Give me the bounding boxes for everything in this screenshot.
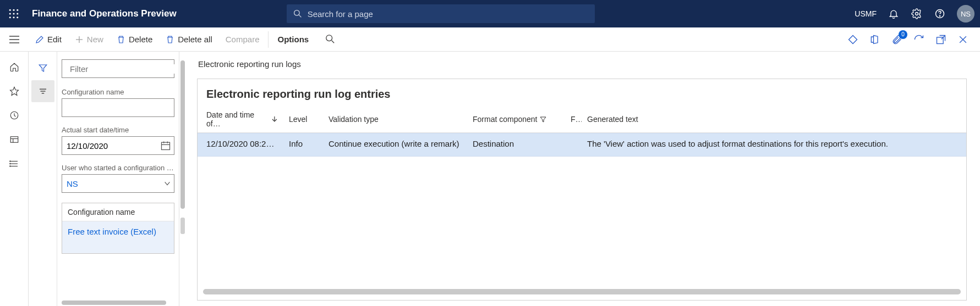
new-button[interactable]: New xyxy=(68,27,110,52)
help-icon[interactable] xyxy=(934,8,946,20)
scroll-thumb[interactable] xyxy=(180,60,185,209)
nav-modules-icon[interactable] xyxy=(0,153,29,175)
cell-text: The 'View' action was used to adjust for… xyxy=(582,139,966,148)
edit-label: Edit xyxy=(47,35,62,44)
close-icon[interactable] xyxy=(957,34,969,46)
svg-marker-21 xyxy=(849,35,857,43)
cell-component: Destination xyxy=(467,139,565,148)
new-label: New xyxy=(87,35,103,44)
legal-entity[interactable]: USMF xyxy=(855,9,877,18)
header-right: USMF NS xyxy=(855,5,974,23)
user-select[interactable] xyxy=(62,174,174,193)
compare-label: Compare xyxy=(226,35,260,44)
pencil-icon xyxy=(35,35,44,44)
action-search-icon[interactable] xyxy=(325,34,336,45)
list-filter-icon[interactable] xyxy=(31,80,54,102)
panel-scroll xyxy=(179,52,186,306)
col-level[interactable]: Level xyxy=(283,108,323,130)
svg-point-4 xyxy=(13,13,14,14)
funnel-icon xyxy=(540,116,546,123)
user-label: User who started a configuration run xyxy=(62,164,174,172)
nav-recent-icon[interactable] xyxy=(0,104,29,126)
table-row[interactable]: 12/10/2020 08:2… Info Continue execution… xyxy=(198,133,966,157)
svg-rect-42 xyxy=(162,142,170,149)
svg-point-5 xyxy=(17,13,18,14)
col-component[interactable]: Format component xyxy=(467,108,565,130)
svg-point-9 xyxy=(294,10,299,16)
main-content: Electronic reporting run logs Electronic… xyxy=(186,52,980,306)
svg-point-6 xyxy=(9,16,11,18)
config-list-item[interactable]: Free text invoice (Excel) xyxy=(62,221,174,253)
filter-mode-column xyxy=(29,52,57,306)
nav-favorites-icon[interactable] xyxy=(0,80,29,102)
svg-point-33 xyxy=(9,161,10,162)
actual-start-label: Actual start date/time xyxy=(62,126,174,134)
funnel-filter-icon[interactable] xyxy=(31,57,54,79)
svg-marker-36 xyxy=(39,65,47,71)
delete-all-button[interactable]: Delete all xyxy=(159,27,219,52)
splitter-handle[interactable] xyxy=(180,218,185,234)
col-generated[interactable]: Generated text xyxy=(582,108,966,130)
edit-button[interactable]: Edit xyxy=(29,27,68,52)
sort-desc-icon xyxy=(271,116,278,123)
user-avatar[interactable]: NS xyxy=(957,5,974,23)
grid-horizontal-scrollbar[interactable] xyxy=(203,289,961,294)
trash-icon xyxy=(166,35,174,44)
action-bar: Edit New Delete Delete all Compare Optio… xyxy=(0,27,980,52)
col-validation[interactable]: Validation type xyxy=(323,108,467,130)
nav-workspaces-icon[interactable] xyxy=(0,129,29,151)
svg-point-11 xyxy=(916,13,918,15)
global-search-input[interactable] xyxy=(308,9,588,19)
nav-home-icon[interactable] xyxy=(0,56,29,78)
svg-point-3 xyxy=(9,13,11,14)
cell-datetime: 12/10/2020 08:2… xyxy=(201,139,283,148)
svg-point-19 xyxy=(326,35,332,41)
delete-label: Delete xyxy=(129,35,152,44)
cell-level: Info xyxy=(283,139,323,148)
delete-all-label: Delete all xyxy=(178,35,212,44)
popout-icon[interactable] xyxy=(935,34,947,46)
cell-f xyxy=(565,139,582,148)
svg-marker-25 xyxy=(10,87,18,96)
global-search[interactable] xyxy=(287,4,595,23)
svg-point-2 xyxy=(17,9,18,11)
config-name-input[interactable] xyxy=(62,98,174,117)
chevron-down-icon xyxy=(163,180,171,187)
global-header: Finance and Operations Preview USMF NS xyxy=(0,0,980,27)
notifications-icon[interactable] xyxy=(888,8,900,20)
office-addin-icon[interactable] xyxy=(869,34,881,46)
compare-button: Compare xyxy=(219,27,266,52)
svg-point-13 xyxy=(939,16,940,16)
svg-point-0 xyxy=(9,9,11,11)
grid-header: Date and time of… Level Validation type … xyxy=(198,108,966,133)
col-f[interactable]: F… xyxy=(565,108,582,130)
search-icon xyxy=(293,9,302,18)
settings-icon[interactable] xyxy=(911,8,923,20)
plus-icon xyxy=(75,35,84,44)
filter-search[interactable] xyxy=(62,59,174,78)
col-datetime[interactable]: Date and time of… xyxy=(201,108,283,130)
options-button[interactable]: Options xyxy=(268,31,317,48)
svg-point-7 xyxy=(13,16,14,18)
attachments-icon[interactable]: 0 xyxy=(891,34,903,46)
action-right-icons: 0 xyxy=(847,34,976,46)
log-entries-card: Electronic reporting run log entries Dat… xyxy=(197,79,967,301)
filter-panel: Configuration name Actual start date/tim… xyxy=(57,52,179,306)
related-info-icon[interactable] xyxy=(847,34,859,46)
config-list-header[interactable]: Configuration name xyxy=(62,203,174,221)
app-launcher-icon[interactable] xyxy=(6,5,22,22)
calendar-icon[interactable] xyxy=(160,140,171,151)
svg-marker-47 xyxy=(540,117,546,122)
nav-toggle-icon[interactable] xyxy=(0,27,29,52)
config-list: Configuration name Free text invoice (Ex… xyxy=(62,203,174,254)
horizontal-scrollbar[interactable] xyxy=(62,301,166,305)
card-title: Electronic reporting run log entries xyxy=(198,79,966,108)
delete-button[interactable]: Delete xyxy=(110,27,159,52)
svg-point-8 xyxy=(17,16,18,18)
options-label: Options xyxy=(277,35,309,44)
svg-line-20 xyxy=(332,40,335,43)
refresh-icon[interactable] xyxy=(913,34,925,46)
actual-start-input[interactable] xyxy=(62,136,174,155)
filter-search-input[interactable] xyxy=(70,64,174,74)
svg-point-34 xyxy=(9,163,10,164)
